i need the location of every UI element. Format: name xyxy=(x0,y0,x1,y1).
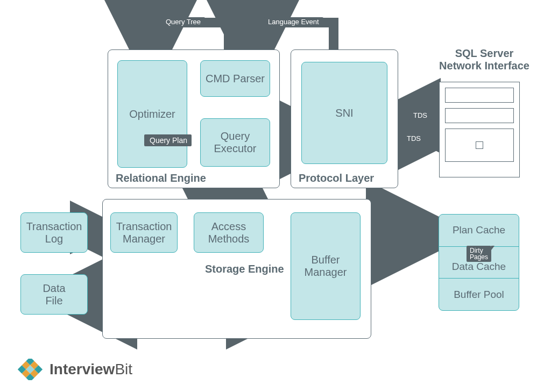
query-plan-label: Query Plan xyxy=(144,134,192,146)
transaction-manager-label: Transaction Manager xyxy=(116,220,172,245)
optimizer-box: Optimizer xyxy=(117,60,187,168)
data-file-box: Data File xyxy=(20,274,88,315)
data-cache-cell: Dirty Pages Data Cache xyxy=(439,246,519,279)
buffer-manager-box: Buffer Manager xyxy=(291,212,361,320)
dirty-pages-tag: Dirty Pages xyxy=(467,246,491,262)
relational-engine-title: Relational Engine xyxy=(116,172,206,184)
sni-label: SNI xyxy=(335,107,353,119)
server-rack-icon xyxy=(439,82,520,177)
language-event-label: Language Event xyxy=(264,17,323,26)
sni-box: SNI xyxy=(301,62,387,164)
interviewbit-logo: InterviewBit xyxy=(15,359,132,380)
transaction-log-label: Transaction Log xyxy=(26,220,82,245)
query-executor-box: Query Executor xyxy=(200,118,270,167)
sql-server-ni-title: SQL Server Network Interface xyxy=(430,47,538,72)
tds-out-label: TDS xyxy=(402,134,425,143)
buffer-manager-label: Buffer Manager xyxy=(305,254,347,279)
buffer-pool-cell: Buffer Pool xyxy=(439,278,519,310)
interviewbit-logo-icon xyxy=(15,359,45,380)
tds-in-label: TDS xyxy=(409,111,432,120)
data-file-label: Data File xyxy=(43,282,65,307)
plan-cache-cell: Plan Cache xyxy=(439,215,519,246)
access-methods-label: Access Methods xyxy=(208,220,250,245)
cmd-parser-box: CMD Parser xyxy=(200,60,270,97)
query-tree-label: Query Tree xyxy=(161,17,205,26)
buffer-pool-stack: Plan Cache Dirty Pages Data Cache Buffer… xyxy=(439,214,519,311)
logo-text: InterviewBit xyxy=(50,361,132,378)
optimizer-label: Optimizer xyxy=(129,108,175,120)
protocol-layer-title: Protocol Layer xyxy=(299,172,374,184)
access-methods-box: Access Methods xyxy=(194,212,264,253)
transaction-log-box: Transaction Log xyxy=(20,212,88,253)
transaction-manager-box: Transaction Manager xyxy=(110,212,178,253)
query-executor-label: Query Executor xyxy=(214,130,257,155)
cmd-parser-label: CMD Parser xyxy=(206,73,265,85)
storage-engine-title: Storage Engine xyxy=(205,263,284,275)
